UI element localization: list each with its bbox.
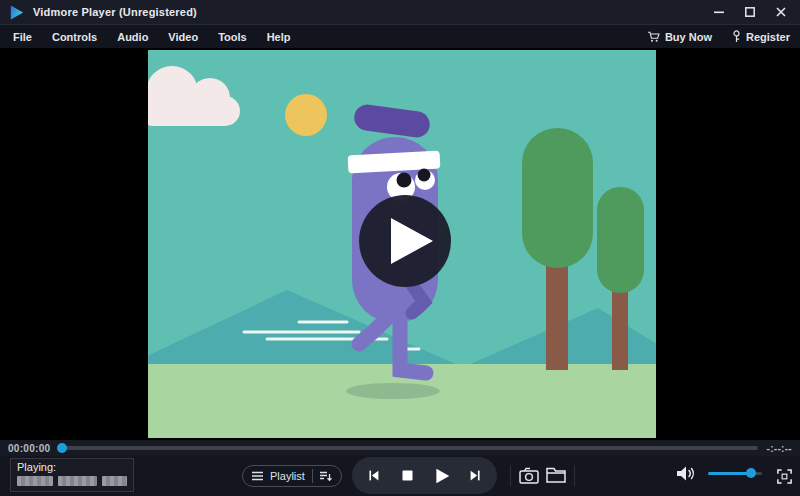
playlist-order-icon[interactable] [320, 471, 332, 482]
app-logo-icon [8, 4, 25, 21]
scene-shadow [346, 383, 440, 399]
buy-now-label: Buy Now [665, 31, 712, 43]
fullscreen-icon [776, 468, 793, 485]
seek-bar: 00:00:00 -:--:-- [0, 440, 800, 456]
redacted-block [17, 476, 53, 486]
stop-icon [402, 470, 413, 481]
video-canvas[interactable] [148, 50, 656, 438]
play-button[interactable] [429, 463, 455, 489]
skip-forward-icon [469, 469, 482, 482]
folder-icon [546, 467, 566, 483]
skip-back-icon [367, 469, 380, 482]
remaining-time: -:--:-- [767, 443, 792, 454]
control-bar: Playing: Playlist [0, 456, 800, 496]
vidmore-player-window: Vidmore Player (Unregistered) File Contr… [0, 0, 800, 496]
close-icon[interactable] [770, 3, 792, 21]
volume-control [676, 463, 762, 483]
previous-button[interactable] [360, 463, 386, 489]
volume-slider[interactable] [708, 468, 762, 478]
video-play-overlay [359, 195, 451, 287]
menu-controls[interactable]: Controls [52, 31, 97, 43]
pill-divider [312, 469, 313, 483]
fullscreen-button[interactable] [772, 464, 796, 488]
seek-thumb[interactable] [57, 443, 67, 453]
register-label: Register [746, 31, 790, 43]
menu-audio[interactable]: Audio [117, 31, 148, 43]
redacted-filename [17, 476, 127, 486]
stop-button[interactable] [394, 463, 420, 489]
separator [510, 465, 511, 486]
separator [574, 465, 575, 486]
play-icon [433, 467, 451, 485]
key-icon [732, 30, 741, 43]
video-stage[interactable] [0, 48, 800, 440]
open-file-button[interactable] [544, 463, 568, 487]
cart-icon [647, 31, 660, 43]
speaker-icon[interactable] [676, 463, 698, 483]
scene-sun [285, 94, 327, 136]
camera-icon [519, 467, 539, 484]
register-button[interactable]: Register [732, 30, 790, 43]
buy-now-button[interactable]: Buy Now [647, 31, 712, 43]
window-title: Vidmore Player (Unregistered) [33, 6, 197, 18]
seek-track[interactable] [59, 443, 757, 453]
elapsed-time: 00:00:00 [8, 443, 50, 454]
playlist-menu-icon [252, 471, 263, 481]
next-button[interactable] [463, 463, 489, 489]
minimize-icon[interactable] [708, 3, 730, 21]
redacted-block [58, 476, 98, 486]
playing-label: Playing: [17, 461, 127, 473]
playlist-label: Playlist [270, 470, 305, 482]
snapshot-button[interactable] [517, 463, 541, 487]
menu-file[interactable]: File [13, 31, 32, 43]
menu-video[interactable]: Video [168, 31, 198, 43]
titlebar: Vidmore Player (Unregistered) [0, 0, 800, 24]
volume-thumb[interactable] [746, 468, 756, 478]
seek-track-bg [59, 446, 757, 450]
transport-controls [352, 457, 497, 494]
menu-tools[interactable]: Tools [218, 31, 247, 43]
now-playing-box: Playing: [10, 458, 134, 492]
redacted-block [102, 476, 127, 486]
playlist-button[interactable]: Playlist [242, 465, 342, 487]
menu-help[interactable]: Help [267, 31, 291, 43]
maximize-icon[interactable] [739, 3, 761, 21]
volume-fill [708, 472, 751, 475]
menubar: File Controls Audio Video Tools Help Buy… [0, 24, 800, 48]
